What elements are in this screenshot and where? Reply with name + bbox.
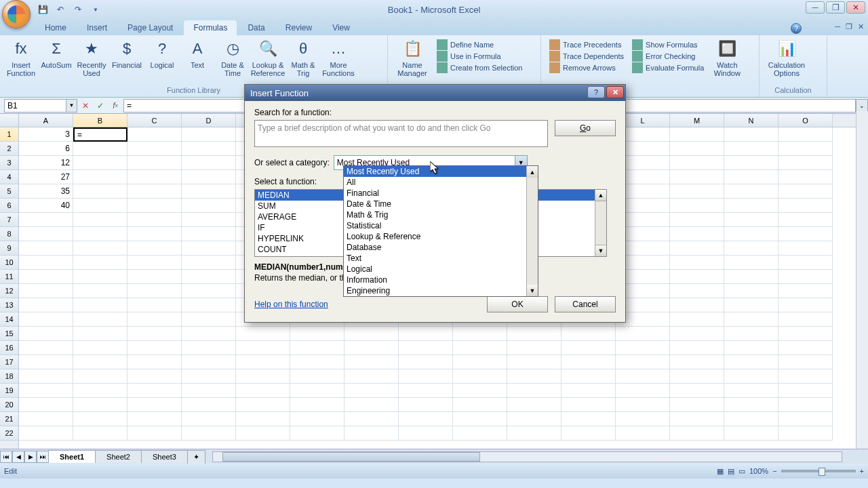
cell[interactable]	[19, 412, 73, 426]
cell[interactable]	[73, 341, 127, 355]
cell[interactable]	[507, 341, 561, 355]
cell[interactable]	[453, 398, 507, 412]
cell[interactable]	[127, 398, 182, 412]
cell[interactable]	[453, 369, 507, 384]
search-input[interactable]: Type a brief description of what you wan…	[254, 120, 548, 147]
cell[interactable]	[236, 355, 290, 369]
category-option[interactable]: Text	[344, 253, 538, 264]
cell[interactable]	[236, 384, 290, 398]
row-header[interactable]: 6	[0, 199, 18, 213]
cell[interactable]	[778, 227, 833, 241]
cell[interactable]	[344, 355, 399, 369]
category-option[interactable]: All	[344, 177, 538, 188]
cell[interactable]	[182, 142, 236, 156]
cell[interactable]	[453, 355, 507, 369]
fx-icon[interactable]: fx	[108, 99, 122, 113]
ribbon-tab-home[interactable]: Home	[35, 20, 76, 35]
cell[interactable]	[19, 298, 73, 312]
cell[interactable]	[73, 355, 127, 369]
category-option[interactable]: Engineering	[344, 285, 538, 296]
watch-window-button[interactable]: 🔲 Watch Window	[708, 37, 746, 96]
cell[interactable]	[127, 341, 182, 355]
cell[interactable]	[616, 398, 670, 412]
cell[interactable]	[290, 398, 344, 412]
cell[interactable]	[73, 170, 127, 184]
remove-arrows-button[interactable]: Remove Arrows	[549, 62, 624, 73]
row-header[interactable]: 18	[0, 369, 18, 384]
cell[interactable]	[127, 170, 182, 184]
cell[interactable]	[127, 256, 182, 270]
cell[interactable]	[724, 142, 778, 156]
cell[interactable]	[778, 270, 833, 284]
cell[interactable]	[778, 284, 833, 298]
cell[interactable]	[182, 426, 236, 441]
cell[interactable]	[19, 384, 73, 398]
sheet-tab-sheet2[interactable]: Sheet2	[95, 450, 142, 463]
scroll-up-icon[interactable]: ▲	[595, 190, 606, 201]
category-option[interactable]: Date & Time	[344, 199, 538, 209]
cell[interactable]	[778, 412, 833, 426]
cell[interactable]	[778, 156, 833, 170]
cell[interactable]: 3	[19, 127, 73, 142]
cell[interactable]	[724, 341, 778, 355]
cell[interactable]	[778, 142, 833, 156]
row-header[interactable]: 14	[0, 312, 18, 327]
column-header[interactable]: B	[73, 114, 127, 127]
cell[interactable]	[507, 398, 561, 412]
zoom-in-icon[interactable]: +	[860, 467, 864, 475]
insert-function-button[interactable]: fxInsert Function	[4, 37, 38, 85]
cell[interactable]	[182, 384, 236, 398]
cell[interactable]	[670, 227, 724, 241]
cell[interactable]	[453, 426, 507, 441]
cancel-button[interactable]: Cancel	[555, 296, 616, 312]
row-header[interactable]: 12	[0, 284, 18, 298]
cell[interactable]	[399, 327, 453, 341]
cell[interactable]	[778, 213, 833, 227]
evaluate-formula-button[interactable]: Evaluate Formula	[632, 62, 704, 73]
cell[interactable]	[507, 426, 561, 441]
cell[interactable]	[127, 213, 182, 227]
category-option[interactable]: Database	[344, 242, 538, 253]
cell[interactable]	[182, 327, 236, 341]
cell[interactable]	[670, 241, 724, 256]
category-option[interactable]: Logical	[344, 264, 538, 274]
cell[interactable]	[724, 270, 778, 284]
category-option[interactable]: Financial	[344, 188, 538, 199]
cell[interactable]	[19, 227, 73, 241]
ribbon-tab-view[interactable]: View	[323, 20, 359, 35]
cell[interactable]	[507, 412, 561, 426]
cell[interactable]	[344, 369, 399, 384]
cell[interactable]	[724, 256, 778, 270]
cell[interactable]	[127, 127, 182, 142]
cell[interactable]	[670, 355, 724, 369]
cell[interactable]	[127, 142, 182, 156]
cell[interactable]	[561, 327, 616, 341]
cell[interactable]	[616, 369, 670, 384]
text-button[interactable]: AText	[180, 37, 214, 85]
cell[interactable]	[453, 327, 507, 341]
cell[interactable]	[561, 426, 616, 441]
cell[interactable]	[19, 241, 73, 256]
cell[interactable]	[182, 199, 236, 213]
calculation-options-button[interactable]: 📊 Calculation Options	[764, 37, 810, 85]
cell[interactable]	[399, 398, 453, 412]
cell[interactable]	[19, 398, 73, 412]
cell[interactable]	[399, 426, 453, 441]
enter-formula-icon[interactable]: ✓	[94, 99, 107, 113]
lookup-reference-button[interactable]: 🔍Lookup & Reference	[251, 37, 285, 85]
cell[interactable]: 12	[19, 156, 73, 170]
cell[interactable]	[182, 355, 236, 369]
cell[interactable]	[778, 384, 833, 398]
cell[interactable]	[507, 384, 561, 398]
row-header[interactable]: 20	[0, 398, 18, 412]
cell[interactable]	[724, 312, 778, 327]
row-header[interactable]: 11	[0, 270, 18, 284]
row-header[interactable]: 19	[0, 384, 18, 398]
date-time-button[interactable]: ◷Date & Time	[216, 37, 250, 85]
cell[interactable]	[724, 170, 778, 184]
cell[interactable]	[670, 127, 724, 142]
cell[interactable]	[290, 355, 344, 369]
vertical-scrollbar[interactable]	[856, 111, 868, 461]
sheet-nav-prev-icon[interactable]: ◀	[12, 451, 24, 463]
cell[interactable]	[127, 284, 182, 298]
